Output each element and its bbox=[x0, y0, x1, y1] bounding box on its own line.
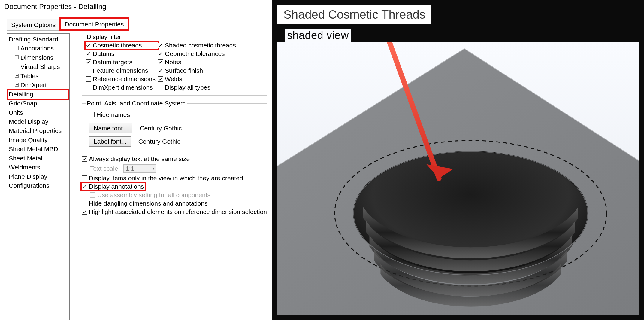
checkbox-icon bbox=[82, 156, 87, 162]
tree-item-dimxpert[interactable]: DimXpert bbox=[8, 81, 68, 90]
tree-item-configurations[interactable]: Configurations bbox=[8, 181, 68, 190]
tree-item-sheet-metal[interactable]: Sheet Metal bbox=[8, 154, 68, 163]
checkbox-icon bbox=[86, 76, 91, 82]
scene-3d bbox=[277, 42, 639, 315]
checkbox-icon bbox=[82, 184, 87, 189]
tree-item-virtual-sharps[interactable]: Virtual Sharps bbox=[8, 62, 68, 71]
filter-surface-finish[interactable]: Surface finish bbox=[158, 67, 236, 74]
tree-item-model-display[interactable]: Model Display bbox=[8, 117, 68, 126]
checkbox-icon bbox=[158, 85, 163, 90]
tree-item-label: Annotations bbox=[20, 45, 54, 52]
checkbox-icon bbox=[86, 51, 91, 56]
tree-item-label: Image Quality bbox=[9, 136, 48, 143]
filter-welds[interactable]: Welds bbox=[158, 75, 236, 83]
hide-names-label: Hide names bbox=[96, 111, 130, 118]
tree-item-label: Dimensions bbox=[20, 54, 53, 61]
tab-document-properties[interactable]: Document Properties bbox=[60, 18, 128, 30]
tab-system-options[interactable]: System Options bbox=[7, 19, 60, 31]
name-font-button[interactable]: Name font... bbox=[89, 123, 132, 133]
display-annotations-label: Display annotations bbox=[89, 183, 144, 190]
checkbox-icon bbox=[82, 201, 87, 206]
tree-item-detailing[interactable]: Detailing bbox=[8, 90, 68, 99]
hide-dangling-checkbox[interactable]: Hide dangling dimensions and annotations bbox=[82, 200, 267, 207]
filter-label: Surface finish bbox=[165, 67, 203, 74]
tree-item-label: Weldments bbox=[9, 164, 40, 171]
expand-icon[interactable] bbox=[15, 83, 19, 87]
text-scale-row: Text scale: 1:1 ▾ bbox=[90, 164, 267, 173]
display-annotations-checkbox[interactable]: Display annotations bbox=[82, 183, 144, 190]
only-in-view-checkbox[interactable]: Display items only in the view in which … bbox=[82, 175, 267, 182]
tree-item-drafting-standard[interactable]: Drafting Standard bbox=[8, 35, 68, 44]
checkbox-icon bbox=[82, 209, 87, 215]
tree-item-units[interactable]: Units bbox=[8, 108, 68, 117]
text-scale-value: 1:1 bbox=[125, 165, 134, 172]
name-font-value: Century Gothic bbox=[140, 125, 182, 132]
filter-dimxpert-dimensions[interactable]: DimXpert dimensions bbox=[86, 84, 158, 91]
label-font-value: Century Gothic bbox=[138, 138, 180, 145]
tree-item-tables[interactable]: Tables bbox=[8, 72, 68, 81]
tree-item-material-properties[interactable]: Material Properties bbox=[8, 126, 68, 135]
filter-label: Cosmetic threads bbox=[93, 42, 142, 49]
tree-item-label: Units bbox=[9, 109, 23, 116]
filter-cosmetic-threads[interactable]: Cosmetic threads bbox=[86, 42, 156, 49]
tree-item-label: Grid/Snap bbox=[9, 100, 37, 107]
checkbox-icon bbox=[82, 175, 87, 181]
tree-item-grid-snap[interactable]: Grid/Snap bbox=[8, 99, 68, 108]
filter-shaded-cosmetic-threads[interactable]: Shaded cosmetic threads bbox=[158, 42, 236, 49]
display-filter-group: Display filter Cosmetic threadsDatumsDat… bbox=[82, 33, 267, 96]
tree-item-plane-display[interactable]: Plane Display bbox=[8, 172, 68, 181]
tree-item-label: Model Display bbox=[9, 118, 48, 125]
filter-display-all-types[interactable]: Display all types bbox=[158, 84, 236, 91]
always-same-size-checkbox[interactable]: Always display text at the same size bbox=[82, 155, 267, 163]
filter-datums[interactable]: Datums bbox=[86, 50, 158, 57]
tree-item-label: Detailing bbox=[9, 91, 33, 98]
filter-reference-dimensions[interactable]: Reference dimensions bbox=[86, 75, 158, 83]
display-filter-legend: Display filter bbox=[86, 33, 122, 41]
tree-item-label: Plane Display bbox=[9, 173, 47, 180]
chevron-down-icon: ▾ bbox=[153, 166, 154, 171]
highlight-assoc-checkbox[interactable]: Highlight associated elements on referen… bbox=[82, 208, 267, 215]
checkbox-icon bbox=[86, 68, 91, 73]
checkbox-icon bbox=[158, 59, 163, 65]
filter-geometric-tolerances[interactable]: Geometric tolerances bbox=[158, 50, 236, 57]
tree-item-label: Virtual Sharps bbox=[20, 63, 60, 70]
tree-item-annotations[interactable]: Annotations bbox=[8, 44, 68, 53]
tree-item-image-quality[interactable]: Image Quality bbox=[8, 136, 68, 145]
window-title: Document Properties - Detailing bbox=[0, 0, 272, 17]
filter-label: Notes bbox=[165, 59, 181, 66]
tree-connector-icon bbox=[15, 67, 19, 67]
filter-notes[interactable]: Notes bbox=[158, 59, 236, 66]
filter-label: Display all types bbox=[165, 84, 210, 91]
checkbox-icon bbox=[89, 112, 95, 117]
tree-item-label: DimXpert bbox=[20, 81, 47, 88]
use-assembly-label: Use assembly setting for all components bbox=[97, 191, 210, 199]
hide-names-checkbox[interactable]: Hide names bbox=[89, 111, 263, 118]
expand-icon[interactable] bbox=[15, 46, 19, 50]
always-same-size-label: Always display text at the same size bbox=[89, 155, 190, 163]
checkbox-icon bbox=[158, 43, 163, 48]
expand-icon[interactable] bbox=[15, 55, 19, 59]
expand-icon[interactable] bbox=[15, 74, 19, 78]
filter-feature-dimensions[interactable]: Feature dimensions bbox=[86, 67, 158, 74]
tab-body: Drafting StandardAnnotationsDimensionsVi… bbox=[7, 30, 267, 320]
filter-label: Geometric tolerances bbox=[165, 50, 225, 57]
filter-label: Welds bbox=[165, 75, 182, 83]
filter-label: Datums bbox=[93, 50, 114, 57]
filter-datum-targets[interactable]: Datum targets bbox=[86, 59, 158, 66]
tree-item-label: Material Properties bbox=[9, 127, 62, 134]
point-axis-coord-group: Point, Axis, and Coordinate System Hide … bbox=[82, 100, 267, 151]
tree-item-dimensions[interactable]: Dimensions bbox=[8, 53, 68, 62]
filter-label: Reference dimensions bbox=[93, 75, 156, 83]
checkbox-icon bbox=[86, 59, 91, 65]
only-in-view-label: Display items only in the view in which … bbox=[89, 175, 243, 182]
tree-item-sheet-metal-mbd[interactable]: Sheet Metal MBD bbox=[8, 145, 68, 154]
tree-item-weldments[interactable]: Weldments bbox=[8, 163, 68, 172]
detailing-settings: Display filter Cosmetic threadsDatumsDat… bbox=[70, 33, 267, 320]
checkbox-icon bbox=[86, 43, 91, 48]
category-tree: Drafting StandardAnnotationsDimensionsVi… bbox=[7, 33, 70, 320]
tree-item-label: Configurations bbox=[9, 182, 49, 189]
text-scale-combo[interactable]: 1:1 ▾ bbox=[123, 164, 156, 173]
label-font-button[interactable]: Label font... bbox=[89, 136, 131, 147]
filter-label: DimXpert dimensions bbox=[93, 84, 153, 91]
dialog-tabs: System Options Document Properties bbox=[0, 17, 272, 30]
